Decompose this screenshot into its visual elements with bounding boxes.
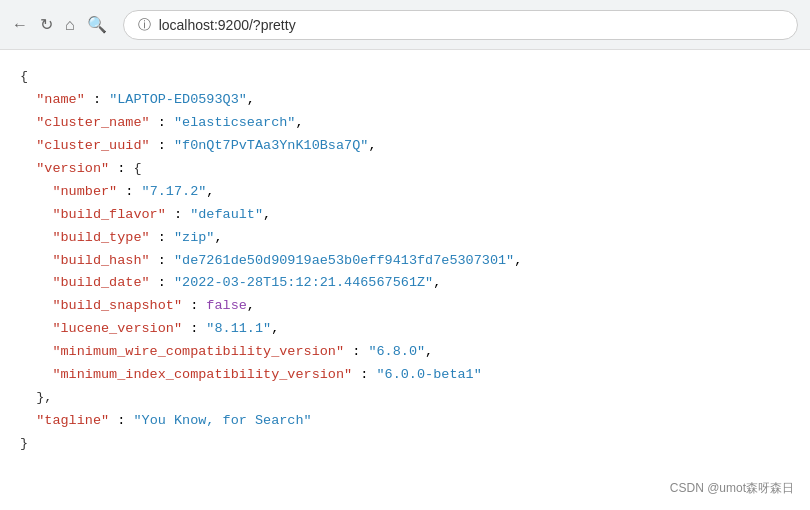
- lucene-version-key: "lucene_version": [52, 321, 182, 336]
- lucene-version-value: "8.11.1": [206, 321, 271, 336]
- name-value: "LAPTOP-ED0593Q3": [109, 92, 247, 107]
- home-icon[interactable]: ⌂: [65, 16, 75, 34]
- reload-icon[interactable]: ↻: [40, 15, 53, 34]
- build-snapshot-value: false: [206, 298, 247, 313]
- json-content: { "name" : "LAPTOP-ED0593Q3", "cluster_n…: [0, 50, 810, 510]
- min-index-value: "6.0.0-beta1": [376, 367, 481, 382]
- build-flavor-key: "build_flavor": [52, 207, 165, 222]
- search-icon[interactable]: 🔍: [87, 15, 107, 34]
- build-type-key: "build_type": [52, 230, 149, 245]
- info-icon: ⓘ: [138, 16, 151, 34]
- address-bar[interactable]: ⓘ localhost:9200/?pretty: [123, 10, 798, 40]
- cluster-uuid-value: "f0nQt7PvTAa3YnK10Bsa7Q": [174, 138, 368, 153]
- back-icon[interactable]: ←: [12, 16, 28, 34]
- min-wire-key: "minimum_wire_compatibility_version": [52, 344, 344, 359]
- build-flavor-value: "default": [190, 207, 263, 222]
- min-wire-value: "6.8.0": [368, 344, 425, 359]
- build-hash-value: "de7261de50d90919ae53b0eff9413fd7e530730…: [174, 253, 514, 268]
- watermark: CSDN @umot森呀森日: [670, 478, 794, 498]
- min-index-key: "minimum_index_compatibility_version": [52, 367, 352, 382]
- browser-chrome: ← ↻ ⌂ 🔍 ⓘ localhost:9200/?pretty: [0, 0, 810, 50]
- number-key: "number": [52, 184, 117, 199]
- build-type-value: "zip": [174, 230, 215, 245]
- cluster-name-value: "elasticsearch": [174, 115, 296, 130]
- build-date-key: "build_date": [52, 275, 149, 290]
- build-hash-key: "build_hash": [52, 253, 149, 268]
- nav-buttons: ← ↻ ⌂ 🔍: [12, 15, 107, 34]
- name-key: "name": [36, 92, 85, 107]
- cluster-uuid-key: "cluster_uuid": [36, 138, 149, 153]
- url-text: localhost:9200/?pretty: [159, 17, 296, 33]
- tagline-key: "tagline": [36, 413, 109, 428]
- tagline-value: "You Know, for Search": [133, 413, 311, 428]
- build-snapshot-key: "build_snapshot": [52, 298, 182, 313]
- number-value: "7.17.2": [142, 184, 207, 199]
- cluster-name-key: "cluster_name": [36, 115, 149, 130]
- version-key: "version": [36, 161, 109, 176]
- build-date-value: "2022-03-28T15:12:21.446567561Z": [174, 275, 433, 290]
